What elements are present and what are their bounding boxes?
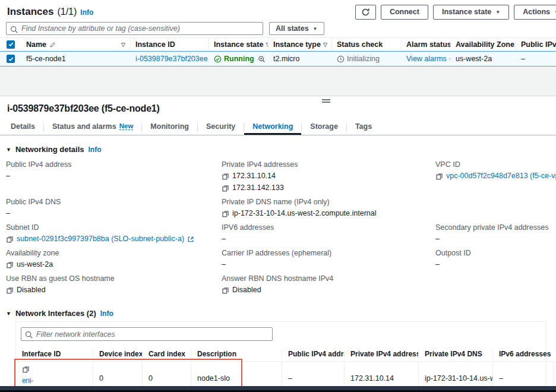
tab-storage[interactable]: Storage <box>302 119 346 135</box>
tab-security[interactable]: Security <box>198 119 244 135</box>
column-header-public-ipv4-dns[interactable]: Public IPv4 DNS <box>516 38 556 50</box>
copy-icon[interactable] <box>222 184 229 192</box>
column-header-description[interactable]: Description <box>191 350 282 358</box>
public-ipv4-value: – <box>282 362 344 388</box>
device-index-value: 0 <box>93 362 142 388</box>
refresh-button[interactable] <box>355 5 376 20</box>
chevron-down-icon: ▼ <box>313 26 318 31</box>
instance-row[interactable]: f5-ce-node1 i-0539879e37bf203ee Running … <box>0 51 556 67</box>
actions-button[interactable]: Actions ▼ <box>514 5 556 20</box>
column-header-interface-id[interactable]: Interface ID <box>16 350 93 358</box>
instances-header: Instances (1/1) Info Connect Instance st… <box>0 4 556 20</box>
networking-details-grid: Public IPv4 address – Private IPv4 addre… <box>6 160 556 299</box>
copy-icon[interactable] <box>222 286 229 294</box>
instance-search-box[interactable] <box>6 22 263 35</box>
tab-details[interactable]: Details <box>2 119 43 135</box>
sort-icon[interactable]: ▽ <box>263 42 268 48</box>
search-icon <box>25 330 33 339</box>
network-interfaces-heading: ▼ Network Interfaces (2) Info <box>6 309 556 318</box>
field-availability-zone: Availability zone us-west-2a <box>6 248 222 270</box>
copy-icon[interactable] <box>22 365 30 373</box>
instances-table-header: Name ▽ Instance ID Instance state ▽ Inst… <box>0 37 556 51</box>
sort-icon[interactable]: ▽ <box>119 42 125 48</box>
copy-icon[interactable] <box>6 261 14 268</box>
column-header-instance-id[interactable]: Instance ID <box>130 38 208 50</box>
column-header-instance-state[interactable]: Instance state ▽ <box>208 38 268 50</box>
toolbar: Connect Instance state ▼ Actions ▼ <box>355 5 556 20</box>
interface-filter-input[interactable] <box>36 330 268 339</box>
field-vpc-id: VPC ID vpc-00d57f2c948d7e813 (f5-ce-vpc-… <box>435 160 556 193</box>
vpc-id-link[interactable]: vpc-00d57f2c948d7e813 (f5-ce-vpc-vpc) <box>446 171 556 181</box>
search-icon <box>10 24 18 33</box>
row-checkbox[interactable] <box>7 55 15 63</box>
column-header-instance-type[interactable]: Instance type ▽ <box>268 38 331 50</box>
field-private-ipv4-addresses: Private IPv4 addresses 172.31.10.14 172.… <box>222 160 435 193</box>
detail-tabs: Details Status and alarms New Monitoring… <box>0 119 556 135</box>
field-answer-rbn: Answer RBN DNS hostname IPv4 Disabled <box>222 274 435 295</box>
copy-icon[interactable] <box>222 172 229 180</box>
field-outpost-id: Outpost ID – <box>435 248 556 270</box>
edit-pencil-icon <box>49 40 56 49</box>
collapse-caret-icon[interactable]: ▼ <box>6 311 11 317</box>
instance-state-button[interactable]: Instance state ▼ <box>433 5 509 20</box>
instances-table: Name ▽ Instance ID Instance state ▽ Inst… <box>0 37 556 67</box>
networking-details-info-link[interactable]: Info <box>89 146 102 154</box>
instance-search-input[interactable] <box>21 24 259 33</box>
select-all-checkbox[interactable] <box>7 40 15 49</box>
tab-status-and-alarms[interactable]: Status and alarms New <box>44 119 141 135</box>
column-header-public-ipv4-address[interactable]: Public IPv4 address <box>282 350 344 358</box>
interface-filter-box[interactable] <box>21 327 273 341</box>
instance-detail-panel: i-0539879e37bf203ee (f5-ce-node1) Detail… <box>0 96 556 388</box>
search-row: All states ▼ <box>6 22 550 35</box>
zoom-in-icon[interactable] <box>258 55 266 63</box>
ipv6-value: – <box>492 362 553 388</box>
pane-resize-handle[interactable] <box>322 99 330 104</box>
column-header-private-ipv4-address[interactable]: Private IPv4 address <box>344 350 418 358</box>
instances-info-link[interactable]: Info <box>80 8 93 17</box>
status-check-value: Initializing <box>347 55 380 63</box>
interface-row[interactable]: eni-064926933ed31b777 0 0 node1-slo – 17… <box>16 361 556 388</box>
private-dns-value: ip-172-31-10-14.us-w... <box>418 362 492 388</box>
networking-tab-content: ▼ Networking details Info Public IPv4 ad… <box>0 145 556 388</box>
split-pane-gap <box>0 67 556 96</box>
column-header-private-ipv4-dns[interactable]: Private IPv4 DNS <box>418 350 492 358</box>
field-carrier-ip: Carrier IP addresses (ephemeral) – <box>222 248 435 270</box>
instances-count: (1/1) <box>57 7 77 17</box>
network-interfaces-info-link[interactable]: Info <box>100 309 113 318</box>
column-header-availability-zone[interactable]: Availability Zone ▽ <box>450 38 516 50</box>
column-header-name[interactable]: Name ▽ <box>21 38 130 50</box>
copy-icon[interactable] <box>6 286 14 294</box>
interfaces-table-header: Interface ID Device index Card index Des… <box>16 346 556 361</box>
field-public-ipv4-dns: Public IPv4 DNS – <box>6 197 222 219</box>
subnet-id-link[interactable]: subnet-0291f3c997397b8ba (SLO-subnet-pub… <box>17 234 184 244</box>
instance-id-link[interactable]: i-0539879e37bf203ee <box>135 55 208 63</box>
field-secondary-private-ipv4: Secondary private IPv4 addresses – <box>435 223 556 244</box>
column-header-ipv6-addresses[interactable]: IPv6 addresses <box>492 350 553 358</box>
column-header-alarm-status[interactable]: Alarm status <box>401 38 450 50</box>
view-alarms-link[interactable]: View alarms <box>406 55 447 63</box>
page-title: Instances (1/1) Info <box>7 6 93 18</box>
network-interfaces-card: Interface ID Device index Card index Des… <box>15 321 546 388</box>
connect-button[interactable]: Connect <box>381 5 428 20</box>
collapse-caret-icon[interactable]: ▼ <box>6 147 11 153</box>
field-use-rbn: Use RBN as guest OS hostname Disabled <box>6 274 222 295</box>
tab-tags[interactable]: Tags <box>347 119 380 135</box>
ec2-console: Instances (1/1) Info Connect Instance st… <box>0 0 556 388</box>
tab-networking[interactable]: Networking <box>244 119 301 135</box>
instance-name: f5-ce-node1 <box>21 52 130 66</box>
copy-icon[interactable] <box>222 210 229 217</box>
column-header-status-check[interactable]: Status check <box>331 38 401 50</box>
sort-icon[interactable]: ▽ <box>321 42 327 48</box>
new-badge: New <box>119 122 134 130</box>
tab-monitoring[interactable]: Monitoring <box>142 119 197 135</box>
copy-icon[interactable] <box>435 172 443 180</box>
refresh-icon <box>361 7 370 16</box>
network-interfaces-table: Interface ID Device index Card index Des… <box>16 346 546 388</box>
chevron-down-icon: ▼ <box>495 10 500 15</box>
description-value: node1-slo <box>191 362 282 388</box>
column-header-device-index[interactable]: Device index <box>93 350 142 358</box>
column-header-card-index[interactable]: Card index <box>142 350 191 358</box>
copy-icon[interactable] <box>6 235 14 243</box>
state-filter-dropdown[interactable]: All states ▼ <box>269 22 324 35</box>
bottom-taskbar <box>0 386 556 392</box>
